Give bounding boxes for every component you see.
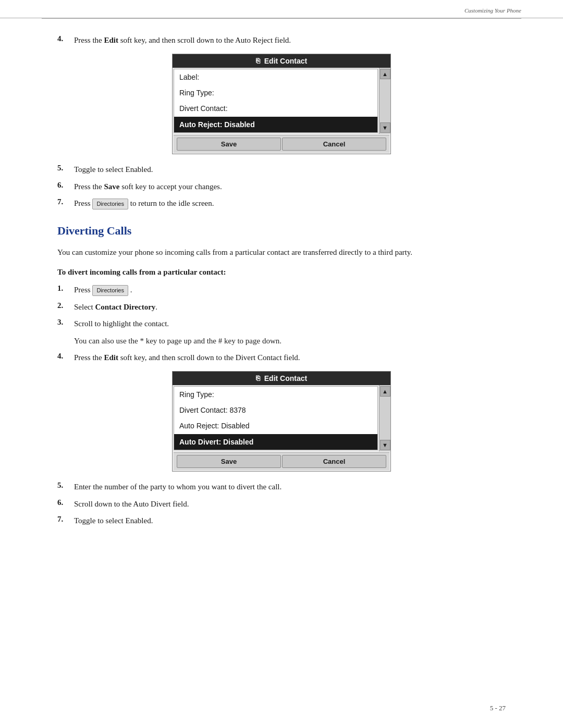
section-intro: You can customize your phone so incoming… bbox=[57, 246, 506, 258]
step-text-7-divert: Toggle to select Enabled. bbox=[74, 515, 153, 527]
phone-row-2-1: Divert Contact: 8378 bbox=[174, 402, 377, 418]
phone-cancel-btn-1[interactable]: Cancel bbox=[282, 138, 386, 151]
phone-rows-wrapper-1: Label: Ring Type: Divert Contact: Auto R… bbox=[173, 68, 379, 134]
phone-titlebar-2: ⎘ Edit Contact bbox=[173, 372, 390, 385]
phone-buttons-row-1: Save Cancel bbox=[174, 135, 389, 153]
page-footer: 5 - 27 bbox=[490, 704, 506, 712]
phone-title-2: Edit Contact bbox=[264, 374, 307, 382]
step-3-note: You can also use the * key to page up an… bbox=[74, 335, 506, 347]
step-number-5-top: 5. bbox=[57, 164, 74, 172]
phone-buttons-row-2: Save Cancel bbox=[174, 452, 389, 470]
step-text-7-top: Press Directories to return to the idle … bbox=[74, 198, 214, 209]
phone-scroll-container-1: Label: Ring Type: Divert Contact: Auto R… bbox=[173, 68, 390, 134]
step-text-6-top: Press the Save soft key to accept your c… bbox=[74, 181, 222, 193]
phone-rows-1: Label: Ring Type: Divert Contact: Auto R… bbox=[174, 69, 377, 133]
step-text-1-divert: Press Directories . bbox=[74, 284, 132, 296]
step-4-divert: 4. Press the Edit soft key, and then scr… bbox=[57, 352, 506, 364]
step-number-7-top: 7. bbox=[57, 198, 74, 206]
step-1-divert: 1. Press Directories . bbox=[57, 284, 506, 296]
subsection-heading: To divert incoming calls from a particul… bbox=[57, 268, 506, 277]
step-number-3-divert: 3. bbox=[57, 318, 74, 327]
phone-rows-wrapper-2: Ring Type: Divert Contact: 8378 Auto Rej… bbox=[173, 385, 379, 452]
step-text-2-divert: Select Contact Directory. bbox=[74, 301, 157, 313]
step-text-5-divert: Enter the number of the party to whom yo… bbox=[74, 481, 282, 493]
page-content: 4. Press the Edit soft key, and then scr… bbox=[0, 19, 563, 563]
step-text-3-divert: Scroll to highlight the contact. bbox=[74, 318, 169, 330]
step-number-4-divert: 4. bbox=[57, 352, 74, 361]
scroll-up-btn-1[interactable]: ▲ bbox=[380, 69, 390, 79]
step-number-4-top: 4. bbox=[57, 34, 74, 43]
phone-scroll-container-2: Ring Type: Divert Contact: 8378 Auto Rej… bbox=[173, 385, 390, 452]
step-2-divert: 2. Select Contact Directory. bbox=[57, 301, 506, 313]
phone-rows-2: Ring Type: Divert Contact: 8378 Auto Rej… bbox=[174, 387, 377, 450]
directories-btn-divert[interactable]: Directories bbox=[92, 285, 128, 296]
step-5-top: 5. Toggle to select Enabled. bbox=[57, 164, 506, 176]
phone-ui-2: ⎘ Edit Contact Ring Type: Divert Contact… bbox=[172, 371, 391, 472]
phone-row-2-2: Auto Reject: Disabled bbox=[174, 418, 377, 434]
phone-row-1-0: Label: bbox=[174, 69, 377, 85]
step-text-4-top: Press the Edit soft key, and then scroll… bbox=[74, 34, 291, 46]
step-number-6-top: 6. bbox=[57, 181, 74, 190]
step-number-7-divert: 7. bbox=[57, 515, 74, 524]
scroll-down-btn-2[interactable]: ▼ bbox=[380, 440, 390, 450]
step-number-2-divert: 2. bbox=[57, 301, 74, 310]
phone-save-btn-1[interactable]: Save bbox=[177, 138, 281, 151]
phone-scroll-bar-2: ▲ ▼ bbox=[379, 385, 390, 452]
step-text-5-top: Toggle to select Enabled. bbox=[74, 164, 153, 176]
phone-ui-1: ⎘ Edit Contact Label: Ring Type: Divert … bbox=[172, 54, 391, 155]
phone-row-2-0: Ring Type: bbox=[174, 387, 377, 402]
step-6-top: 6. Press the Save soft key to accept you… bbox=[57, 181, 506, 193]
step-7-top: 7. Press Directories to return to the id… bbox=[57, 198, 506, 209]
scroll-up-btn-2[interactable]: ▲ bbox=[380, 386, 390, 397]
step-6-divert: 6. Scroll down to the Auto Divert field. bbox=[57, 498, 506, 510]
step-number-1-divert: 1. bbox=[57, 284, 74, 293]
phone-icon-1: ⎘ bbox=[256, 57, 260, 65]
phone-row-1-1: Ring Type: bbox=[174, 85, 377, 101]
step-text-4-divert: Press the Edit soft key, and then scroll… bbox=[74, 352, 300, 364]
step-5-divert: 5. Enter the number of the party to whom… bbox=[57, 481, 506, 493]
phone-titlebar-1: ⎘ Edit Contact bbox=[173, 54, 390, 68]
phone-body-1: Label: Ring Type: Divert Contact: Auto R… bbox=[174, 69, 378, 133]
phone-body-2: Ring Type: Divert Contact: 8378 Auto Rej… bbox=[174, 386, 378, 451]
phone-scroll-bar-1: ▲ ▼ bbox=[379, 68, 390, 134]
step-number-5-divert: 5. bbox=[57, 481, 74, 490]
step-3-divert: 3. Scroll to highlight the contact. bbox=[57, 318, 506, 330]
step-4-top: 4. Press the Edit soft key, and then scr… bbox=[57, 34, 506, 46]
header-title: Customizing Your Phone bbox=[464, 7, 521, 14]
step-7-divert: 7. Toggle to select Enabled. bbox=[57, 515, 506, 527]
phone-row-1-3: Auto Reject: Disabled bbox=[174, 117, 377, 132]
phone-row-1-2: Divert Contact: bbox=[174, 101, 377, 116]
phone-row-2-3: Auto Divert: Disabled bbox=[174, 434, 377, 450]
scroll-down-btn-1[interactable]: ▼ bbox=[380, 122, 390, 133]
phone-icon-2: ⎘ bbox=[256, 374, 260, 382]
phone-title-1: Edit Contact bbox=[264, 57, 307, 65]
phone-save-btn-2[interactable]: Save bbox=[177, 455, 281, 468]
section-heading-diverting: Diverting Calls bbox=[57, 224, 506, 238]
page-header: Customizing Your Phone bbox=[0, 0, 563, 18]
step-text-6-divert: Scroll down to the Auto Divert field. bbox=[74, 498, 189, 510]
directories-btn-top[interactable]: Directories bbox=[92, 199, 128, 209]
step-number-6-divert: 6. bbox=[57, 498, 74, 507]
phone-cancel-btn-2[interactable]: Cancel bbox=[282, 455, 386, 468]
